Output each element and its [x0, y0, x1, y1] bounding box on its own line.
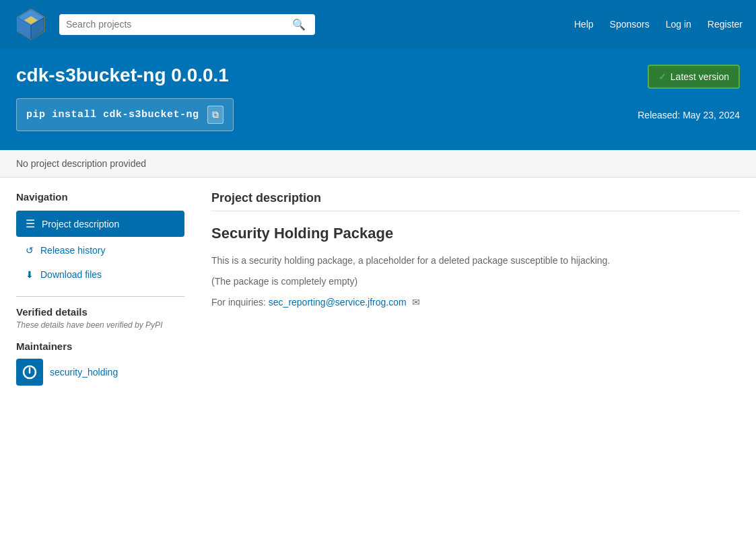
download-icon: ⬇: [26, 269, 34, 280]
release-date: Released: May 23, 2024: [638, 110, 740, 120]
sidebar-item-release-history[interactable]: ↺ Release history: [16, 238, 184, 262]
nav-help[interactable]: Help: [574, 19, 594, 30]
sidebar-label-download-files: Download files: [40, 269, 102, 280]
pypi-logo[interactable]: [13, 7, 48, 42]
sidebar-item-download-files[interactable]: ⬇ Download files: [16, 262, 184, 287]
maintainer-row: security_holding: [16, 359, 184, 386]
description-paragraph-1: This is a security holding package, a pl…: [211, 253, 740, 268]
nav-register[interactable]: Register: [708, 19, 743, 30]
inquiry-paragraph: For inquiries: sec_reporting@service.jfr…: [211, 295, 740, 310]
copy-icon: ⧉: [212, 109, 219, 120]
maintainer-link[interactable]: security_holding: [50, 367, 118, 378]
maintainers-heading: Maintainers: [16, 341, 184, 352]
sidebar-divider: [16, 296, 184, 297]
latest-version-button[interactable]: ✓ Latest version: [648, 65, 740, 89]
nav-sponsors[interactable]: Sponsors: [610, 19, 650, 30]
email-icon: ✉: [412, 297, 420, 308]
latest-version-label: Latest version: [671, 71, 729, 82]
search-input[interactable]: [66, 19, 289, 30]
section-heading: Project description: [211, 191, 740, 211]
sidebar-item-project-description[interactable]: ☰ Project description: [16, 211, 184, 237]
avatar: [16, 359, 43, 386]
nav-heading: Navigation: [16, 191, 184, 203]
sidebar-label-project-description: Project description: [42, 219, 119, 229]
description-paragraph-2: (The package is completely empty): [211, 276, 740, 287]
warning-text: No project description provided: [16, 158, 146, 169]
sidebar: Navigation ☰ Project description ↺ Relea…: [16, 191, 198, 386]
pip-install-box: pip install cdk-s3bucket-ng ⧉: [16, 98, 234, 131]
warning-bar: No project description provided: [0, 150, 756, 178]
search-button[interactable]: 🔍: [289, 18, 308, 31]
package-title-row: cdk-s3bucket-ng 0.0.0.1 ✓ Latest version: [16, 65, 740, 89]
package-title: cdk-s3bucket-ng 0.0.0.1: [16, 65, 229, 86]
list-icon: ☰: [26, 217, 35, 230]
description-title: Security Holding Package: [211, 225, 740, 242]
inquiry-label: For inquiries:: [211, 297, 266, 308]
main-content: Navigation ☰ Project description ↺ Relea…: [0, 178, 756, 399]
search-box: 🔍: [59, 14, 315, 35]
verified-heading: Verified details: [16, 306, 184, 318]
verified-subtext: These details have been verified by PyPI: [16, 320, 184, 330]
pip-install-row: pip install cdk-s3bucket-ng ⧉ Released: …: [16, 98, 740, 131]
history-icon: ↺: [26, 245, 34, 256]
package-hero: cdk-s3bucket-ng 0.0.0.1 ✓ Latest version…: [0, 48, 756, 150]
header: 🔍 Help Sponsors Log in Register: [0, 0, 756, 48]
header-left: 🔍: [13, 7, 315, 42]
copy-pip-button[interactable]: ⧉: [207, 106, 224, 124]
header-nav: Help Sponsors Log in Register: [574, 19, 743, 30]
nav-login[interactable]: Log in: [666, 19, 691, 30]
sidebar-label-release-history: Release history: [40, 245, 106, 256]
email-link[interactable]: sec_reporting@service.jfrog.com: [269, 297, 407, 308]
search-icon: 🔍: [292, 19, 306, 30]
pip-command: pip install cdk-s3bucket-ng: [26, 109, 199, 120]
project-description-section: Project description Security Holding Pac…: [198, 191, 740, 386]
check-icon: ✓: [658, 71, 666, 82]
